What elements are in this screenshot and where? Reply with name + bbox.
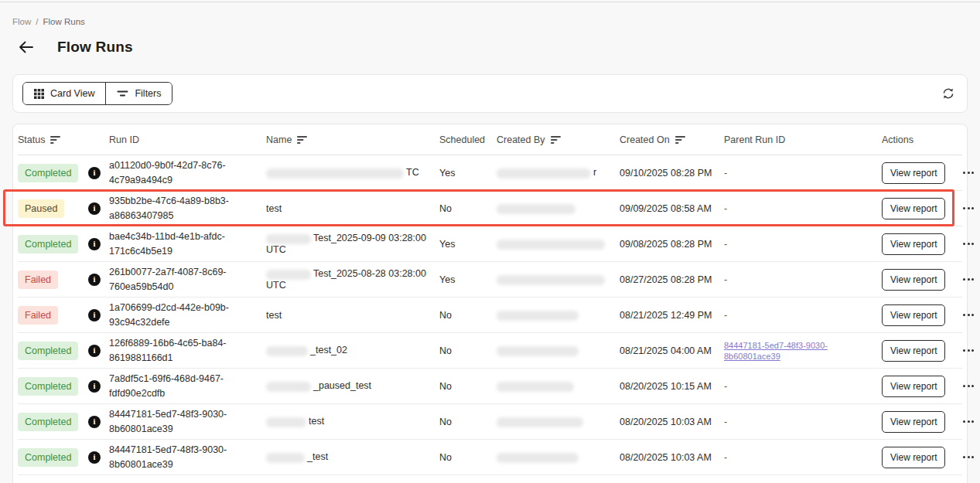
table-row: Pausedi935bb2be-47c6-4a89-b8b3-a86863407… xyxy=(18,191,962,226)
more-actions-button[interactable] xyxy=(961,346,975,355)
info-icon[interactable]: i xyxy=(88,309,101,321)
redacted-text xyxy=(266,417,306,427)
info-cell: i xyxy=(88,416,109,428)
view-report-button[interactable]: View report xyxy=(882,376,945,397)
sort-icon[interactable] xyxy=(50,135,61,145)
actions-cell: View report xyxy=(882,198,975,219)
run-name: test xyxy=(266,310,439,321)
card-view-button[interactable]: Card View xyxy=(23,83,105,104)
redacted-text xyxy=(266,234,311,244)
run-name-text: test xyxy=(309,416,324,427)
status-cell: Paused xyxy=(18,199,88,218)
parent-run-id-empty: - xyxy=(724,203,727,214)
back-button[interactable] xyxy=(15,37,36,57)
info-cell: i xyxy=(88,167,109,179)
created-by-text: r xyxy=(593,167,596,178)
more-actions-button[interactable] xyxy=(961,204,975,213)
run-id: 935bb2be-47c6-4a89-b8b3-a86863407985 xyxy=(109,194,266,222)
view-report-button[interactable]: View report xyxy=(882,198,945,219)
table-row: Completedibae4c34b-11bd-4e1b-afdc-171c6c… xyxy=(18,226,962,262)
view-report-button[interactable]: View report xyxy=(882,304,945,326)
more-actions-button[interactable] xyxy=(961,275,975,284)
run-name: test xyxy=(266,203,439,214)
filters-button[interactable]: Filters xyxy=(105,83,172,104)
parent-run-id: - xyxy=(724,452,882,463)
created-by: r xyxy=(497,167,620,178)
header-label: Created On xyxy=(620,134,670,145)
view-report-button[interactable]: View report xyxy=(882,269,945,291)
info-icon[interactable]: i xyxy=(88,451,101,464)
scheduled-value: No xyxy=(439,381,497,392)
status-cell: Completed xyxy=(18,164,88,182)
info-icon[interactable]: i xyxy=(88,380,101,393)
sort-icon[interactable] xyxy=(675,135,686,145)
view-report-button[interactable]: View report xyxy=(882,447,945,468)
more-actions-button[interactable] xyxy=(961,417,975,426)
info-icon[interactable]: i xyxy=(88,274,101,286)
column-header-scheduled: Scheduled xyxy=(439,134,497,145)
scheduled-value: No xyxy=(439,452,497,463)
status-badge: Paused xyxy=(18,199,64,218)
info-cell: i xyxy=(88,274,109,286)
more-actions-button[interactable] xyxy=(961,453,975,461)
info-cell: i xyxy=(88,202,109,215)
table-row: Completedi84447181-5ed7-48f3-9030-8b6080… xyxy=(18,440,962,475)
parent-run-id-empty: - xyxy=(724,274,727,285)
status-cell: Completed xyxy=(18,235,88,253)
status-badge: Completed xyxy=(18,377,78,396)
actions-cell: View report xyxy=(882,162,975,184)
top-divider xyxy=(0,2,980,2)
created-by xyxy=(497,202,620,213)
created-on: 08/20/2025 10:03 AM xyxy=(620,452,724,463)
status-badge: Completed xyxy=(18,342,78,360)
refresh-button[interactable] xyxy=(941,86,956,101)
back-arrow-icon xyxy=(17,39,34,56)
view-report-button[interactable]: View report xyxy=(882,162,945,184)
parent-run-id-link[interactable]: 84447181-5ed7-48f3-9030-8b60801ace39 xyxy=(724,341,828,361)
redacted-text xyxy=(497,204,575,214)
more-actions-button[interactable] xyxy=(961,168,975,177)
parent-run-id: - xyxy=(724,381,882,392)
breadcrumb-flow[interactable]: Flow xyxy=(12,17,31,26)
redacted-text xyxy=(266,346,308,356)
more-actions-button[interactable] xyxy=(961,240,975,248)
sort-icon[interactable] xyxy=(297,135,308,145)
card-view-label: Card View xyxy=(50,88,94,99)
grid-icon xyxy=(34,89,44,99)
info-icon[interactable]: i xyxy=(88,202,101,215)
column-header-status[interactable]: Status xyxy=(18,134,88,145)
info-icon[interactable]: i xyxy=(88,238,101,250)
more-actions-button[interactable] xyxy=(961,382,975,390)
created-on: 09/10/2025 08:28 PM xyxy=(620,168,724,179)
view-report-button[interactable]: View report xyxy=(882,233,945,255)
parent-run-id-empty: - xyxy=(724,417,727,427)
header-label: Name xyxy=(266,134,292,145)
actions-cell: View report xyxy=(882,447,975,468)
column-header-created-on[interactable]: Created On xyxy=(620,134,724,145)
redacted-text xyxy=(497,346,579,356)
info-icon[interactable]: i xyxy=(88,416,101,428)
info-icon[interactable]: i xyxy=(88,167,101,179)
parent-run-id: - xyxy=(724,203,882,214)
column-header-name[interactable]: Name xyxy=(266,134,439,145)
created-by xyxy=(497,416,620,427)
view-report-button[interactable]: View report xyxy=(882,340,945,362)
scheduled-value: No xyxy=(439,345,497,356)
status-cell: Failed xyxy=(18,306,88,325)
info-icon[interactable]: i xyxy=(88,345,101,357)
actions-cell: View report xyxy=(882,304,975,326)
redacted-text xyxy=(497,453,579,463)
info-cell: i xyxy=(88,380,109,393)
run-name-text: test xyxy=(266,310,282,321)
status-badge: Completed xyxy=(18,413,78,431)
view-report-button[interactable]: View report xyxy=(882,411,945,433)
more-actions-button[interactable] xyxy=(961,311,975,319)
run-id: a01120d0-9b0f-42d7-8c76-4c79a9a494c9 xyxy=(109,158,266,186)
run-name: _paused_test xyxy=(266,380,439,391)
created-on: 09/08/2025 08:28 PM xyxy=(620,239,724,250)
sort-icon[interactable] xyxy=(551,135,562,145)
column-header-created-by[interactable]: Created By xyxy=(497,134,620,145)
redacted-text xyxy=(497,382,574,392)
run-id: bae4c34b-11bd-4e1b-afdc-171c6c4b5e19 xyxy=(109,230,266,257)
run-name-text: _paused_test xyxy=(313,380,371,391)
